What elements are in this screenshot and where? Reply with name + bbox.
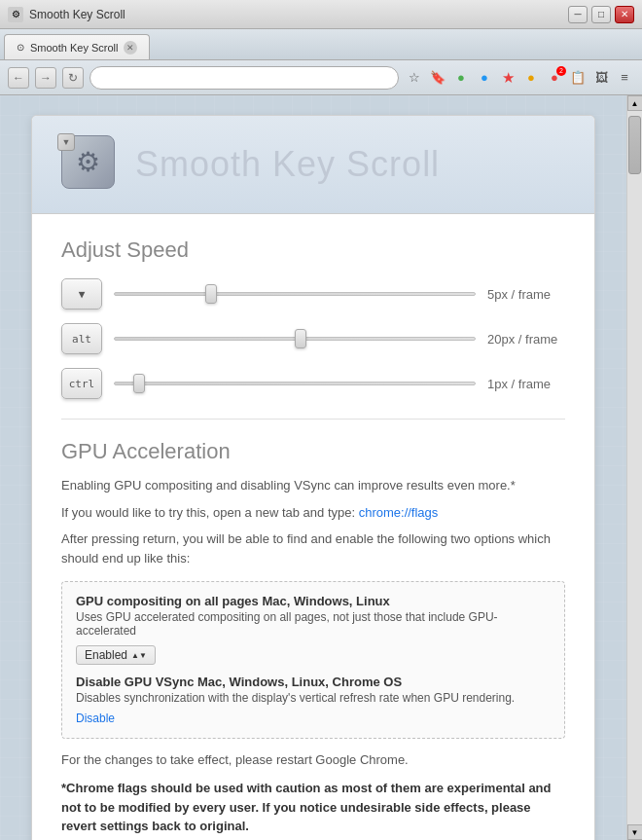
back-button[interactable]: ← xyxy=(8,67,29,89)
scroll-down-button[interactable]: ▼ xyxy=(627,824,643,840)
extension-icon-5[interactable]: ●2 xyxy=(545,68,564,88)
scrollbar: ▲ ▼ xyxy=(626,95,642,840)
address-input[interactable] xyxy=(89,66,399,90)
app-icon-small: ⚙ xyxy=(8,7,23,22)
browser-content: ⚙ ▼ Smooth Key Scroll Adjust Speed ▼ xyxy=(0,95,642,840)
disable-link[interactable]: Disable xyxy=(76,712,115,725)
tab-close-button[interactable]: ✕ xyxy=(124,41,137,55)
gpu-para-2: If you would like to try this, open a ne… xyxy=(61,503,565,523)
slider-row-ctrl: ctrl 1px / frame xyxy=(61,368,565,399)
scroll-thumb[interactable] xyxy=(628,116,641,174)
slider-default[interactable] xyxy=(114,284,476,304)
app-main-title: Smooth Key Scroll xyxy=(135,144,440,185)
enabled-select[interactable]: Enabled ▲▼ xyxy=(76,645,156,665)
bookmark-icon[interactable]: 🔖 xyxy=(428,68,447,88)
gpu-para-3: After pressing return, you will be able … xyxy=(61,530,565,567)
slider-alt[interactable] xyxy=(114,329,476,348)
gpu-section-title: GPU Acceleration xyxy=(61,439,565,464)
maximize-button[interactable]: □ xyxy=(591,6,611,23)
active-tab[interactable]: ⊙ Smooth Key Scroll ✕ xyxy=(4,34,150,59)
warning-text: *Chrome flags should be used with cautio… xyxy=(61,779,565,836)
slider-ctrl[interactable] xyxy=(114,374,476,393)
key-icon-overlay: ▼ xyxy=(57,133,75,151)
gpu-para-1: Enabling GPU compositing and disabling V… xyxy=(61,476,565,495)
window-title: Smooth Key Scroll xyxy=(29,8,568,21)
key-button-ctrl[interactable]: ctrl xyxy=(61,368,102,399)
slider-thumb-ctrl[interactable] xyxy=(133,374,145,393)
flags-box: GPU compositing on all pages Mac, Window… xyxy=(61,581,565,739)
page-content: ⚙ ▼ Smooth Key Scroll Adjust Speed ▼ xyxy=(0,95,626,840)
gear-icon: ⚙ xyxy=(76,146,100,178)
extension-icon-6[interactable]: 📋 xyxy=(568,68,588,88)
window-controls: ─ □ ✕ xyxy=(568,6,634,23)
extension-icon-4[interactable]: ● xyxy=(521,68,541,88)
scroll-track[interactable] xyxy=(627,111,642,824)
tab-bar: ⊙ Smooth Key Scroll ✕ xyxy=(0,29,642,60)
enabled-label: Enabled xyxy=(85,648,127,662)
section-divider xyxy=(61,419,565,420)
close-button[interactable]: ✕ xyxy=(615,6,634,23)
app-body: Adjust Speed ▼ 5px / frame alt xyxy=(32,214,594,840)
select-arrow-icon: ▲▼ xyxy=(131,651,147,660)
slider-thumb-default[interactable] xyxy=(205,284,217,304)
forward-button[interactable]: → xyxy=(35,67,56,89)
app-logo: ⚙ ▼ xyxy=(61,135,120,194)
slider-label-alt: 20px / frame xyxy=(487,332,565,347)
slider-track-alt xyxy=(114,337,476,341)
slider-track-ctrl xyxy=(114,382,476,385)
extension-icon-7[interactable]: 🖼 xyxy=(591,68,611,88)
slider-track-default xyxy=(114,292,476,296)
restart-text: For the changes to take effect, please r… xyxy=(61,752,565,767)
scroll-up-button[interactable]: ▲ xyxy=(627,95,643,111)
app-header: ⚙ ▼ Smooth Key Scroll xyxy=(32,116,594,214)
key-button-down[interactable]: ▼ xyxy=(61,278,102,310)
gpu-option1-desc: Uses GPU accelerated compositing on all … xyxy=(76,610,551,638)
slider-row-default: ▼ 5px / frame xyxy=(61,278,565,310)
app-card: ⚙ ▼ Smooth Key Scroll Adjust Speed ▼ xyxy=(31,115,595,840)
key-button-alt[interactable]: alt xyxy=(61,323,102,354)
app-icon-glyph: ⚙ xyxy=(12,9,20,19)
slider-thumb-alt[interactable] xyxy=(295,329,306,348)
tab-label: Smooth Key Scroll xyxy=(30,42,118,54)
tab-icon: ⊙ xyxy=(17,42,24,53)
slider-label-ctrl: 1px / frame xyxy=(487,377,565,391)
minimize-button[interactable]: ─ xyxy=(568,6,588,23)
toolbar-icons: ☆ 🔖 ● ● ★ ● ●2 📋 🖼 ≡ xyxy=(405,68,634,88)
extension-icon-3[interactable]: ★ xyxy=(498,68,517,88)
extension-icon-1[interactable]: ● xyxy=(451,68,471,88)
refresh-button[interactable]: ↻ xyxy=(62,67,84,89)
star-icon[interactable]: ☆ xyxy=(405,68,424,88)
chrome-flags-link[interactable]: chrome://flags xyxy=(359,505,439,520)
gpu-option1-title: GPU compositing on all pages Mac, Window… xyxy=(76,594,551,608)
adjust-speed-title: Adjust Speed xyxy=(61,237,565,263)
gpu-option2-title: Disable GPU VSync Mac, Windows, Linux, C… xyxy=(76,675,551,689)
title-bar: ⚙ Smooth Key Scroll ─ □ ✕ xyxy=(0,0,642,29)
slider-row-alt: alt 20px / frame xyxy=(61,323,565,354)
slider-label-default: 5px / frame xyxy=(487,287,565,302)
address-bar: ← → ↻ ☆ 🔖 ● ● ★ ● ●2 📋 🖼 ≡ xyxy=(0,60,642,95)
gpu-option2-desc: Disables synchronization with the displa… xyxy=(76,691,551,705)
menu-button[interactable]: ≡ xyxy=(615,68,634,88)
key-arrow-icon: ▼ xyxy=(62,137,71,147)
extension-icon-2[interactable]: ● xyxy=(475,68,494,88)
